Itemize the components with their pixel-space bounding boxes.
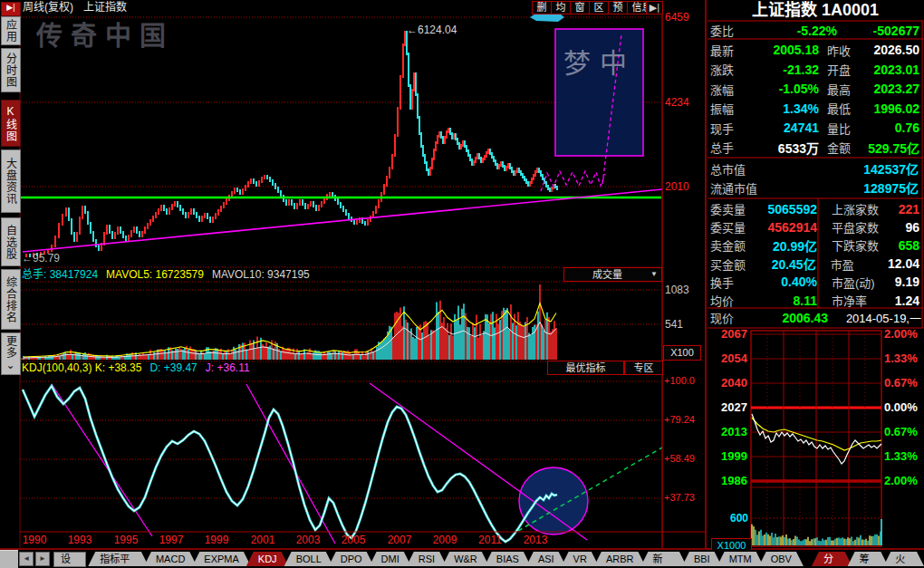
indicator-tab-BOLL[interactable]: BOLL: [284, 552, 333, 566]
mini-left-label: 2013: [707, 426, 747, 438]
sidebar-item-更多[interactable]: 更多⌄: [1, 332, 21, 375]
right-tabs: 分时筹码火焰: [816, 550, 924, 566]
value: 1.34%: [750, 101, 819, 116]
chart-period-label[interactable]: 周线(复权): [23, 2, 73, 13]
label2: 开盘: [819, 61, 865, 78]
indicator-tab-DMI[interactable]: DMI: [370, 552, 411, 566]
sidebar-item-大盘资讯[interactable]: 大盘资讯: [1, 149, 21, 213]
weibi-value: -5.22%: [754, 24, 837, 38]
detail-row-委卖量: 委卖量5065592上涨家数221: [707, 201, 923, 217]
value: -21.32: [750, 63, 819, 77]
mini-right-label: 0.67%: [884, 426, 918, 438]
axis-label: 1083: [665, 284, 703, 295]
detail-row-买金额: 买金额20.45亿市盈12.04: [707, 256, 923, 272]
settings-button[interactable]: 设置: [53, 552, 86, 567]
current-price-row: 现价 2006.43 2014-05-19,一: [707, 310, 923, 325]
axis-label: 4234: [665, 97, 703, 108]
label2: 下跌家数: [824, 236, 890, 254]
quote-row-涨跌: 涨跌-21.32开盘2023.01: [707, 62, 923, 78]
sidebar-item-综合排名[interactable]: 综合排名: [1, 269, 21, 330]
label: 最新: [707, 42, 750, 59]
value2: 0.76: [865, 120, 923, 135]
value2: 2023.01: [865, 63, 923, 77]
indicator-platform-tab[interactable]: 指标平台: [88, 552, 149, 566]
toolbar-button-窗[interactable]: 窗: [570, 1, 590, 14]
label2: 最高: [819, 81, 865, 98]
value2: 1996.02: [865, 101, 923, 116]
toolbar-button-区[interactable]: 区: [589, 1, 609, 14]
label2: 上涨家数: [824, 200, 890, 217]
year-label: 1995: [111, 534, 141, 545]
collapse-panel-icon[interactable]: ▶|: [646, 1, 663, 14]
price-label: 现价: [707, 309, 754, 326]
weibi-label: 委比: [707, 22, 754, 39]
indicator-tab-EXPMA[interactable]: EXPMA: [192, 552, 251, 566]
value2: 221: [890, 202, 923, 217]
indicator-tab-KDJ[interactable]: KDJ: [246, 552, 289, 566]
label2: 平盘家数: [824, 218, 890, 236]
view-tab-火焰[interactable]: 火焰: [883, 552, 924, 566]
axis-label: +37.73: [664, 493, 706, 503]
header-part: MAVOL5: 16723579: [106, 268, 204, 281]
kdj-header: KDJ(100,40,3) K: +38.35D: +39.47J: +36.1…: [22, 362, 258, 373]
value2: 2026.50: [865, 43, 923, 57]
label: 涨幅: [707, 81, 750, 98]
indicator-tab-RSI[interactable]: RSI: [407, 552, 447, 566]
label: 总手: [707, 139, 750, 156]
play-pause-icon[interactable]: ▶|: [1, 2, 21, 16]
label: 换手: [707, 274, 761, 291]
value2: 529.75亿: [865, 139, 923, 157]
weibi-orders: -502677: [837, 24, 923, 38]
axis-label: 541: [665, 319, 703, 330]
best-indicator-button[interactable]: 最优指标: [547, 361, 624, 375]
quote-panel-title: 上证指数 1A0001: [707, 2, 923, 18]
label: 卖金额: [707, 236, 761, 254]
sidebar-item-应用[interactable]: 应用: [1, 16, 21, 45]
tabs-scroll-next-button[interactable]: ►: [35, 552, 50, 566]
label: 现手: [707, 120, 750, 137]
header-part: J: +36.11: [206, 361, 250, 374]
sidebar-item-K线图[interactable]: K线图: [1, 100, 21, 147]
low-price-label: ←95.79: [22, 253, 60, 264]
indicator-tab-新DMA[interactable]: 新DMA: [640, 552, 686, 566]
value2: 1.24: [890, 294, 923, 308]
quote-row-总手: 总手6533万金额529.75亿: [707, 140, 923, 156]
indicator-tab-OBV[interactable]: OBV: [759, 552, 804, 566]
value: 8.11: [761, 294, 824, 308]
view-tab-分时[interactable]: 分时: [812, 552, 852, 566]
indicator-tab-VR[interactable]: VR: [562, 552, 599, 566]
sidebar-item-自选股[interactable]: 自选股: [1, 217, 21, 266]
caret-down-icon: ▼: [650, 268, 658, 281]
value: 6533万: [750, 139, 819, 157]
indicator-tab-DPO[interactable]: DPO: [329, 552, 374, 566]
view-tab-筹码[interactable]: 筹码: [848, 552, 889, 566]
indicator-tab-MACD[interactable]: MACD: [144, 552, 197, 566]
toolbar-button-删[interactable]: 删: [532, 1, 552, 14]
axis-label: +58.49: [664, 454, 706, 464]
price-value: 2006.43: [754, 311, 828, 325]
toolbar-button-均[interactable]: 均: [551, 1, 571, 14]
axis-label: +100.0: [664, 376, 706, 386]
sidebar-item-分时图[interactable]: 分时图: [1, 48, 21, 92]
indicator-tab-ASI[interactable]: ASI: [526, 552, 566, 566]
volume-indicator-dropdown[interactable]: 成交量 ▼: [563, 267, 662, 282]
indicator-tab-MTM[interactable]: MTM: [717, 552, 764, 566]
zone-button[interactable]: 专区: [624, 361, 663, 375]
mini-right-label: 2.00%: [884, 475, 918, 486]
header-part: KDJ(100,40,3) K: +38.35: [22, 361, 141, 374]
indicator-tab-W&R[interactable]: W&R: [442, 552, 489, 566]
value2: 12.04: [888, 256, 923, 271]
value: 2005.18: [750, 43, 819, 57]
label2: 市净率: [824, 292, 890, 309]
quote-row-最新: 最新2005.18昨收2026.50: [707, 42, 923, 58]
indicator-tabs: MACDEXPMAKDJBOLLDPODMIRSIW&RBIASASIVRARB…: [149, 550, 804, 566]
tabs-scroll-prev-button[interactable]: ◄: [19, 552, 34, 566]
indicator-tab-ARBR[interactable]: ARBR: [594, 552, 646, 566]
value2: 2023.27: [865, 82, 923, 96]
indicator-tab-BBI[interactable]: BBI: [682, 552, 722, 566]
toolbar-button-预[interactable]: 预: [608, 1, 628, 14]
annotation-box-text: 梦中: [563, 50, 636, 77]
mini-left-label: 2067: [707, 328, 747, 340]
indicator-tab-BIAS[interactable]: BIAS: [485, 552, 531, 566]
year-label: 2003: [293, 534, 323, 545]
